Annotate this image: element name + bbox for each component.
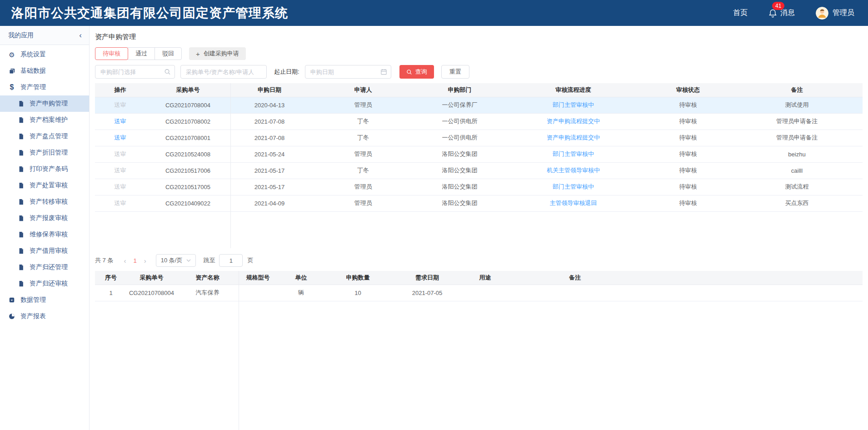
submit-review-link[interactable]: 送审 (115, 134, 126, 141)
tab-rejected[interactable]: 驳回 (155, 47, 182, 60)
progress-link[interactable]: 部门主管审核中 (553, 101, 594, 108)
file-icon (17, 182, 25, 189)
cell-applicant: 管理员 (309, 97, 418, 113)
create-purchase-request-label: 创建采购申请 (204, 50, 239, 58)
purchase-row[interactable]: 送审CG202105170062021-05-17丁冬洛阳公交集团机关主管领导审… (95, 162, 863, 179)
sidebar-item-资产转移审核[interactable]: 资产转移审核 (0, 194, 89, 210)
cell-usage (464, 285, 507, 301)
fixed-column-divider (239, 271, 239, 430)
pagination: 共 7 条 ‹ 1 › 10 条/页 跳至 页 (95, 254, 863, 267)
tab-approved[interactable]: 通过 (128, 47, 155, 60)
detail-row[interactable]: 1CG20210708004汽车保养辆102021-07-05 (95, 285, 863, 301)
cell-action: 送审 (95, 97, 145, 113)
progress-link[interactable]: 机关主管领导审核中 (547, 167, 600, 174)
sidebar-item-资产管理[interactable]: $资产管理 (0, 79, 89, 95)
purchase-date-input[interactable] (305, 65, 391, 79)
sidebar-item-基础数据[interactable]: 基础数据 (0, 63, 89, 79)
sidebar-item-系统设置[interactable]: ⚙系统设置 (0, 46, 89, 63)
progress-link[interactable]: 部门主管审核中 (553, 183, 594, 190)
sidebar-item-维修保养审核[interactable]: 维修保养审核 (0, 226, 89, 243)
cell-purchase-date: 2021-05-24 (230, 146, 309, 162)
message-count-badge: 41 (772, 2, 784, 10)
file-icon (17, 150, 25, 156)
purchase-row[interactable]: 送审CG202107080012021-07-08丁冬一公司供电所资产申购流程提… (95, 130, 863, 146)
sidebar-item-资产处置审核[interactable]: 资产处置审核 (0, 177, 89, 194)
cell-remark (507, 285, 643, 301)
keyword-search-input[interactable] (180, 65, 267, 79)
tab-pending-review[interactable]: 待审核 (95, 47, 128, 60)
purchase-row[interactable]: 送审CG202107080042020-04-13管理员一公司保养厂部门主管审核… (95, 97, 863, 113)
query-button[interactable]: 查询 (399, 65, 434, 79)
sidebar-item-label: 资产盘点管理 (30, 132, 68, 140)
column-header-规格型号: 规格型号 (239, 271, 277, 285)
cell-need-date: 2021-07-05 (391, 285, 464, 301)
sidebar-item-label: 资产借用审核 (30, 247, 68, 255)
sidebar-item-资产报废审核[interactable]: 资产报废审核 (0, 210, 89, 226)
progress-link[interactable]: 资产申购流程提交中 (547, 134, 600, 141)
prev-page-button[interactable]: ‹ (120, 257, 130, 265)
jump-page-suffix: 页 (247, 256, 253, 265)
sidebar-item-资产盘点管理[interactable]: 资产盘点管理 (0, 128, 89, 145)
sidebar-item-资产申购管理[interactable]: 资产申购管理 (0, 95, 89, 112)
sidebar-item-资产归还管理[interactable]: 资产归还管理 (0, 259, 89, 275)
column-header-备注: 备注 (507, 271, 643, 285)
cell-progress: 部门主管审核中 (502, 179, 645, 195)
cell-order-no: CG20210708002 (145, 113, 230, 130)
purchase-row[interactable]: 送审CG202105170052021-05-17管理员洛阳公交集团部门主管审核… (95, 179, 863, 195)
cell-remark: cailll (731, 162, 863, 179)
current-page-number[interactable]: 1 (130, 257, 140, 264)
cell-applicant: 丁冬 (309, 130, 418, 146)
detail-table-container: 序号采购单号资产名称规格型号单位申购数量需求日期用途备注 1CG20210708… (95, 271, 863, 430)
cell-action: 送审 (95, 113, 145, 130)
header-nav: 首页 41 消息 管理员 (733, 7, 854, 20)
sidebar-item-label: 数据管理 (20, 296, 46, 304)
sidebar-item-资产借用审核[interactable]: 资产借用审核 (0, 243, 89, 259)
plus-icon: + (196, 50, 200, 58)
cell-remark: 测试使用 (731, 97, 863, 113)
progress-link[interactable]: 资产申购流程提交中 (547, 118, 600, 125)
cell-applicant: 管理员 (309, 195, 418, 211)
nav-messages[interactable]: 41 消息 (768, 8, 795, 18)
cell-department: 洛阳公交集团 (418, 162, 502, 179)
purchase-dept-select-input[interactable] (95, 65, 175, 79)
cell-purchase-date: 2021-07-08 (230, 130, 309, 146)
purchase-row[interactable]: 送审CG202104090222021-04-09管理员洛阳公交集团主管领导审核… (95, 195, 863, 211)
jump-page-input[interactable] (219, 254, 243, 267)
sidebar-item-数据管理[interactable]: 数据管理 (0, 292, 89, 308)
create-purchase-request-button[interactable]: + 创建采购申请 (189, 47, 246, 60)
sidebar-item-资产档案维护[interactable]: 资产档案维护 (0, 112, 89, 128)
sidebar-item-资产报表[interactable]: 资产报表 (0, 308, 89, 325)
file-icon (17, 166, 25, 172)
submit-review-link: 送审 (115, 167, 126, 174)
submit-review-link: 送审 (115, 200, 126, 206)
nav-home[interactable]: 首页 (733, 8, 748, 18)
sidebar-item-打印资产条码[interactable]: 打印资产条码 (0, 161, 89, 177)
cell-action: 送审 (95, 162, 145, 179)
column-header-资产名称: 资产名称 (176, 271, 239, 285)
collapse-sidebar-icon[interactable]: ‹ (79, 31, 82, 39)
app-title: 洛阳市公共交通集团有限公司固定资产管理系统 (11, 5, 288, 22)
purchase-row[interactable]: 送审CG202107080022021-07-08丁冬一公司供电所资产申购流程提… (95, 113, 863, 130)
cell-applicant: 管理员 (309, 146, 418, 162)
sidebar-item-资产归还审核[interactable]: 资产归还审核 (0, 275, 89, 292)
sidebar-item-label: 资产归还管理 (30, 263, 68, 271)
nav-user[interactable]: 管理员 (816, 7, 854, 20)
reset-button[interactable]: 重置 (441, 65, 469, 79)
cell-purchase-date: 2021-05-17 (230, 179, 309, 195)
cell-progress: 资产申购流程提交中 (502, 113, 645, 130)
cell-remark: 买点东西 (731, 195, 863, 211)
file-icon (17, 199, 25, 205)
sidebar-item-label: 维修保养审核 (30, 230, 68, 239)
next-page-button[interactable]: › (140, 257, 150, 265)
purchase-row[interactable]: 送审CG202105240082021-05-24管理员洛阳公交集团部门主管审核… (95, 146, 863, 162)
page-size-select[interactable]: 10 条/页 (156, 254, 196, 267)
progress-link[interactable]: 部门主管审核中 (553, 150, 594, 157)
submit-review-link[interactable]: 送审 (115, 118, 126, 125)
file-icon (17, 117, 25, 123)
cell-purchase-date: 2021-07-08 (230, 113, 309, 130)
date-wrap (305, 65, 391, 79)
column-header-采购单号: 采购单号 (127, 271, 176, 285)
cell-action: 送审 (95, 130, 145, 146)
progress-link[interactable]: 主管领导审核退回 (550, 200, 597, 206)
sidebar-item-资产折旧管理[interactable]: 资产折旧管理 (0, 145, 89, 161)
